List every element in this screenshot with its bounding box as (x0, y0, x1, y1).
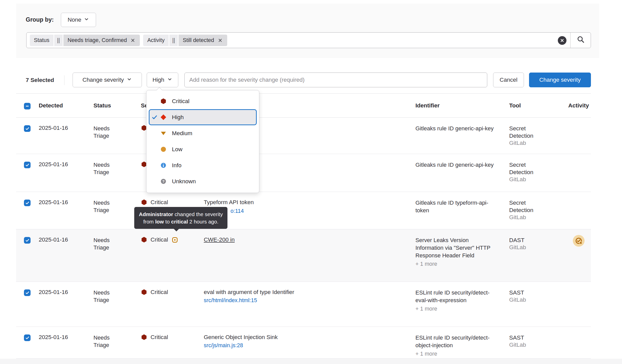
filter-token-activity[interactable]: Activity || Still detected (143, 35, 227, 46)
header-detected[interactable]: Detected (35, 94, 89, 117)
status-value: Needs Triage (89, 289, 117, 304)
tooltip-old-severity: low (155, 219, 164, 225)
still-detected-activity-icon[interactable] (573, 235, 585, 247)
identifier-text: ESLint rule ID security/detect-eval-with… (415, 289, 495, 304)
menu-item-label: High (172, 114, 184, 121)
status-value: Needs Triage (89, 161, 117, 176)
severity-low-icon (160, 146, 167, 152)
group-by-dropdown[interactable]: None (61, 13, 96, 27)
identifier-text: Gitleaks rule ID generic-api-key (415, 125, 495, 132)
tool-vendor: GitLab (509, 176, 564, 183)
menu-item-critical[interactable]: Critical (146, 93, 259, 109)
token-value-text: Still detected (183, 37, 214, 44)
menu-item-label: Unknown (172, 178, 196, 185)
chevron-down-icon (167, 77, 172, 83)
severity-dropdown-menu: Critical High Medium Low Info ? (146, 90, 259, 193)
status-value: Needs Triage (89, 125, 117, 139)
token-operator[interactable]: || (169, 35, 178, 46)
menu-item-info[interactable]: Info (146, 157, 259, 173)
row-checkbox[interactable] (24, 200, 31, 206)
severity-label: Critical (151, 199, 168, 206)
row-checkbox[interactable] (24, 289, 31, 296)
table-row[interactable]: 2025-01-16 Needs Triage Critical Gitleak… (16, 154, 591, 192)
token-name[interactable]: Activity (143, 35, 169, 46)
severity-change-reason-input[interactable] (184, 73, 487, 87)
menu-item-medium[interactable]: Medium (146, 125, 259, 141)
detected-date: 2025-01-16 (35, 192, 89, 229)
table-row[interactable]: 2025-01-16 Needs Triage Critical CWE-200… (16, 229, 591, 282)
identifier-text: ESLint rule ID security/detect-object-in… (415, 334, 495, 349)
detected-date: 2025-01-16 (35, 327, 89, 358)
menu-item-label: Info (172, 162, 182, 169)
row-checkbox[interactable] (24, 162, 31, 168)
filter-token-status[interactable]: Status || Needs triage, Confirmed (30, 35, 140, 46)
table-row[interactable]: 2025-01-16 Needs Triage Critical eval wi… (16, 282, 591, 327)
tool-vendor: GitLab (509, 244, 564, 251)
detected-date: 2025-01-16 (35, 282, 89, 327)
token-value[interactable]: Needs triage, Confirmed (63, 35, 140, 46)
severity-label: Critical (151, 334, 168, 341)
tool-name: SAST (509, 289, 544, 296)
chevron-down-icon (127, 77, 132, 83)
file-location-link[interactable]: src/html/index.html:15 (204, 297, 411, 304)
search-button[interactable] (570, 33, 591, 48)
select-all-checkbox[interactable] (24, 103, 31, 109)
header-status[interactable]: Status (89, 94, 137, 117)
group-by-label: Group by: (26, 16, 54, 23)
tool-vendor: GitLab (509, 297, 564, 303)
file-location-link[interactable]: src/js/main.js:28 (204, 342, 411, 349)
row-checkbox[interactable] (24, 237, 31, 244)
detected-date: 2025-01-16 (35, 118, 89, 154)
identifier-text: Gitleaks rule ID typeform-api-token (415, 199, 495, 214)
table-row[interactable]: 2025-01-16 Needs Triage Critical Typefor… (16, 192, 591, 229)
header-activity[interactable]: Activity (564, 94, 591, 117)
tool-name: Secret Detection (509, 199, 544, 214)
table-row[interactable]: 2025-01-16 Needs Triage Critical Gitleak… (16, 118, 591, 154)
vulnerability-title-link[interactable]: CWE-200 in (204, 236, 235, 243)
vulnerability-title[interactable]: Generic Object Injection Sink (204, 334, 278, 340)
menu-item-label: Medium (172, 130, 192, 137)
filters-section: Group by: None Status || Needs triage, C… (16, 4, 599, 58)
severity-critical-icon (141, 236, 147, 244)
table-row[interactable]: 2025-01-16 Needs Triage Critical Generic… (16, 327, 591, 359)
row-checkbox[interactable] (24, 334, 31, 341)
vulnerability-report-page: Group by: None Status || Needs triage, C… (0, 0, 622, 364)
status-value: Needs Triage (89, 199, 117, 214)
menu-item-high[interactable]: High (149, 109, 257, 125)
remove-token-icon[interactable] (217, 37, 223, 43)
severity-override-icon[interactable] (172, 237, 178, 245)
status-value: Needs Triage (89, 236, 117, 251)
cancel-button[interactable]: Cancel (493, 73, 524, 87)
severity-critical-icon (141, 289, 147, 297)
group-by-value: None (68, 17, 82, 23)
severity-value-label: High (153, 77, 164, 83)
vulnerability-title[interactable]: Typeform API token (204, 199, 254, 205)
vulnerability-title[interactable]: eval with argument of type Identifier (204, 289, 294, 295)
tool-name: Secret Detection (509, 125, 544, 139)
row-checkbox[interactable] (24, 125, 31, 132)
header-identifier[interactable]: Identifier (411, 94, 505, 117)
severity-high-icon (160, 114, 167, 120)
menu-item-label: Low (172, 146, 182, 153)
menu-item-unknown[interactable]: ? Unknown (146, 173, 259, 189)
token-name[interactable]: Status (30, 35, 53, 46)
clear-search-icon[interactable] (558, 36, 566, 45)
severity-critical-icon (141, 199, 147, 207)
menu-item-label: Critical (172, 98, 190, 105)
severity-value-dropdown[interactable]: High (147, 73, 178, 87)
header-tool[interactable]: Tool (505, 94, 564, 117)
filtered-search-bar[interactable]: Status || Needs triage, Confirmed Activi… (26, 32, 591, 48)
change-severity-submit-button[interactable]: Change severity (529, 73, 591, 87)
change-severity-dropdown[interactable]: Change severity (73, 73, 142, 87)
severity-info-icon (160, 162, 167, 169)
token-operator[interactable]: || (54, 35, 63, 46)
menu-item-low[interactable]: Low (146, 141, 259, 157)
token-value[interactable]: Still detected (179, 35, 227, 46)
detected-date: 2025-01-16 (35, 154, 89, 192)
severity-label: Critical (151, 289, 168, 296)
table-header-row: Detected Status Severity Identifier Tool… (16, 93, 591, 118)
file-location-link-partial[interactable]: o:114 (231, 208, 244, 214)
remove-token-icon[interactable] (130, 37, 136, 43)
token-value-text: Needs triage, Confirmed (67, 37, 127, 44)
tooltip-text: 2 hours ago. (188, 219, 219, 225)
